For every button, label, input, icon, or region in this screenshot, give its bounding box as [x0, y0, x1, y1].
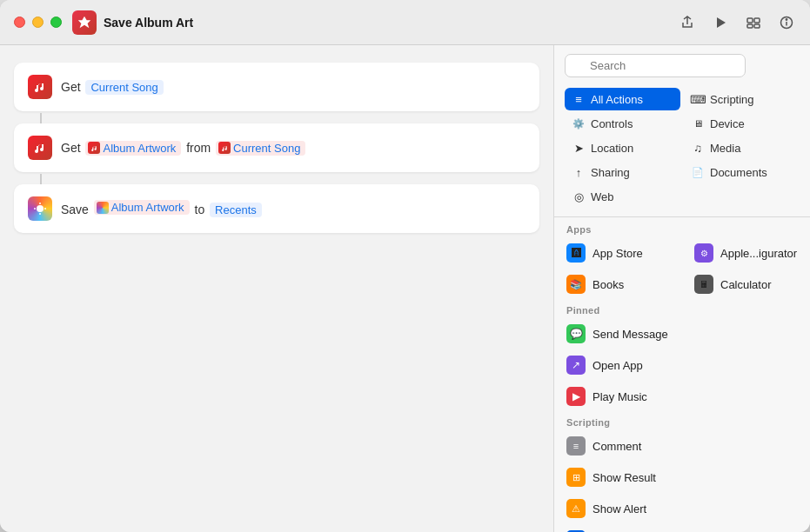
- sidebar-item-controls[interactable]: ⚙️ Controls: [565, 112, 680, 135]
- configurator-label: Apple...igurator: [720, 247, 797, 260]
- web-label: Web: [591, 190, 614, 203]
- play-music-icon: ▶: [566, 387, 586, 406]
- svg-rect-1: [747, 18, 753, 23]
- info-button[interactable]: [777, 13, 796, 32]
- app-window: Save Album Art: [0, 0, 810, 532]
- music-token-icon-2: [221, 144, 229, 152]
- sharing-icon: ↑: [572, 165, 586, 179]
- comment-label: Comment: [592, 440, 641, 453]
- step-1-token[interactable]: Current Song: [85, 80, 163, 95]
- apps-section-label: Apps: [554, 219, 810, 237]
- step-3-token1[interactable]: Album Artwork: [94, 200, 190, 215]
- step-1[interactable]: Get Current Song: [14, 63, 539, 111]
- search-bar: 🔍: [554, 45, 810, 84]
- action-item-app-store[interactable]: 🅰 App Store: [554, 237, 682, 269]
- step-1-icon: [28, 75, 52, 99]
- maximize-button[interactable]: [50, 17, 62, 28]
- show-result-label: Show Result: [592, 471, 656, 484]
- action-item-configurator[interactable]: ⚙ Apple...igurator: [682, 237, 810, 269]
- sidebar-item-sharing[interactable]: ↑ Sharing: [565, 161, 680, 183]
- documents-icon: 📄: [691, 165, 705, 179]
- calculator-label: Calculator: [720, 278, 772, 291]
- media-icon: ♫: [691, 141, 705, 155]
- device-label: Device: [710, 117, 745, 130]
- step-1-text: Get Current Song: [61, 80, 165, 95]
- minimize-button[interactable]: [32, 17, 44, 28]
- play-button[interactable]: [711, 13, 730, 32]
- controls-label: Controls: [591, 117, 633, 130]
- step-3-icon: [28, 196, 52, 221]
- token-music-badge-1: [88, 142, 100, 154]
- connector-1: [40, 113, 42, 123]
- device-icon: 🖥: [691, 116, 705, 130]
- search-input[interactable]: [565, 54, 746, 77]
- sidebar-item-location[interactable]: ➤ Location: [565, 136, 680, 159]
- music-icon-2: [33, 141, 47, 155]
- workflow-canvas: Get Current Song Get: [0, 45, 553, 532]
- music-token-icon: [90, 144, 98, 152]
- connector-2: [40, 174, 42, 184]
- sidebar-item-all-actions[interactable]: ≡ All Actions: [565, 88, 680, 110]
- gallery-button[interactable]: [744, 13, 763, 32]
- action-list: Apps 🅰 App Store ⚙ Apple...igurator 📚 Bo…: [554, 219, 810, 532]
- close-button[interactable]: [14, 17, 25, 28]
- configurator-icon: ⚙: [694, 243, 713, 263]
- scripting-label: Scripting: [710, 93, 754, 106]
- sidebar-item-device[interactable]: 🖥 Device: [684, 112, 800, 135]
- step-3-text: Save Album Artwork to Recents: [61, 200, 264, 217]
- window-title: Save Album Art: [104, 16, 678, 30]
- action-item-comment[interactable]: ≡ Comment: [554, 430, 810, 462]
- share-button[interactable]: [678, 13, 697, 32]
- music-icon: [33, 80, 47, 94]
- controls-icon: ⚙️: [572, 116, 586, 130]
- show-result-icon: ⊞: [566, 468, 586, 487]
- titlebar-actions: [678, 13, 796, 32]
- step-2-icon: [28, 136, 52, 160]
- scripting-icon: ⌨: [691, 92, 705, 106]
- step-3[interactable]: Save Album Artwork to Recents: [14, 184, 539, 233]
- sidebar-item-scripting[interactable]: ⌨ Scripting: [684, 88, 800, 110]
- categories-grid: ≡ All Actions ⌨ Scripting ⚙️ Controls 🖥 …: [554, 84, 810, 215]
- svg-point-7: [786, 18, 787, 19]
- open-app-label: Open App: [592, 359, 643, 372]
- svg-rect-2: [754, 18, 760, 23]
- sidebar-item-media[interactable]: ♫ Media: [684, 136, 800, 159]
- app-store-icon: 🅰: [566, 243, 586, 263]
- sidebar-item-documents[interactable]: 📄 Documents: [684, 161, 800, 183]
- scripting-section-label: Scripting: [554, 412, 810, 430]
- sharing-label: Sharing: [591, 166, 630, 179]
- divider-1: [554, 216, 810, 217]
- location-label: Location: [591, 142, 633, 155]
- books-label: Books: [592, 278, 624, 291]
- sidebar-item-web[interactable]: ◎ Web: [565, 185, 680, 208]
- action-item-ask-for-input[interactable]: ? Ask for Input: [554, 524, 810, 532]
- action-item-books[interactable]: 📚 Books: [554, 269, 682, 300]
- show-alert-icon: ⚠: [566, 499, 586, 518]
- action-item-send-message[interactable]: 💬 Send Message: [554, 318, 810, 349]
- step-2-token1[interactable]: Album Artwork: [85, 141, 181, 156]
- action-item-show-result[interactable]: ⊞ Show Result: [554, 462, 810, 493]
- token-music-badge-2: [218, 142, 231, 154]
- books-icon: 📚: [566, 275, 586, 294]
- main-content: Get Current Song Get: [0, 45, 810, 532]
- svg-rect-4: [754, 24, 760, 28]
- photos-icon: [33, 202, 47, 216]
- all-actions-label: All Actions: [591, 93, 643, 106]
- step-2[interactable]: Get Album Artwork from: [14, 123, 539, 172]
- search-wrapper: 🔍: [565, 54, 800, 77]
- action-item-play-music[interactable]: ▶ Play Music: [554, 381, 810, 412]
- step-3-token2[interactable]: Recents: [210, 203, 262, 217]
- play-music-label: Play Music: [592, 390, 647, 403]
- step-2-token2[interactable]: Current Song: [216, 141, 305, 156]
- action-item-show-alert[interactable]: ⚠ Show Alert: [554, 493, 810, 524]
- svg-rect-3: [747, 24, 753, 28]
- action-item-calculator[interactable]: 🖩 Calculator: [682, 269, 810, 300]
- step-2-text: Get Album Artwork from: [61, 141, 307, 156]
- open-app-icon: ↗: [566, 356, 586, 375]
- calculator-icon: 🖩: [694, 275, 713, 294]
- traffic-lights: [14, 17, 62, 28]
- media-label: Media: [710, 142, 740, 155]
- action-item-open-app[interactable]: ↗ Open App: [554, 349, 810, 381]
- token-photos-badge: [97, 202, 109, 214]
- pinned-section-label: Pinned: [554, 300, 810, 318]
